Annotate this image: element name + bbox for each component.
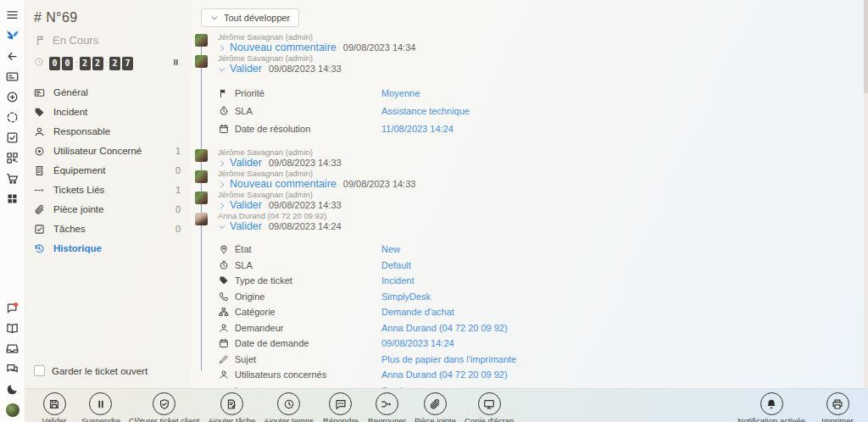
sidebar-item--quipement[interactable]: Équipement0	[34, 161, 191, 180]
pièce-jointe-button[interactable]: Pièce jointe	[415, 392, 456, 422]
tool-label: Clôturer ticket client	[129, 416, 199, 422]
detail-value[interactable]: 09/08/2023 14:24	[381, 338, 454, 348]
user-avatar[interactable]	[6, 403, 19, 417]
chevron-right-icon	[218, 44, 226, 53]
book-icon[interactable]	[6, 322, 19, 335]
notification-activée-button[interactable]: Notification activée	[737, 392, 805, 422]
sitemap-icon	[219, 307, 229, 317]
sidebar-item-count: 1	[175, 185, 181, 195]
valider-button[interactable]: Valider	[36, 392, 73, 422]
detail-value[interactable]: Anna Durand (04 72 20 09 92)	[381, 323, 508, 333]
event-action-toggle[interactable]: Valider09/08/2023 14:33	[218, 64, 342, 75]
sidebar-item-label: Tickets Liés	[53, 185, 104, 195]
detail-value[interactable]: Moyenne	[381, 88, 420, 98]
detail-row: PrioritéMoyenne	[219, 84, 868, 102]
pause-icon	[95, 398, 107, 410]
sidebar-item-label: Tâches	[53, 224, 86, 234]
inbox-icon[interactable]	[6, 342, 19, 355]
detail-label-text: SLA	[235, 106, 253, 116]
paperclip-icon	[34, 204, 45, 215]
detail-value[interactable]: Default	[381, 260, 411, 270]
qr-code-icon[interactable]	[6, 152, 19, 164]
chat-alert-icon[interactable]	[6, 302, 19, 314]
clock-add-icon	[283, 398, 295, 410]
sidebar-item-tickets-li-s[interactable]: Tickets Liés1	[34, 180, 191, 200]
detail-value[interactable]: Anna Durand (04 72 20 09 92)	[381, 369, 508, 380]
imprimer-button[interactable]: Imprimer	[819, 392, 856, 422]
expand-all-button[interactable]: Tout développer	[201, 8, 299, 27]
pause-icon[interactable]	[171, 58, 181, 67]
chat-dots-icon	[335, 398, 347, 410]
event-action-toggle[interactable]: Nouveau commentaire09/08/2023 14:34	[218, 42, 415, 53]
detail-label: Catégorie	[219, 307, 381, 317]
detail-value[interactable]: Incident	[381, 275, 415, 286]
detail-label: Priorité	[219, 88, 381, 98]
sidebar-item-g-n-ral[interactable]: Général	[34, 83, 191, 103]
sidebar-item-count: 0	[175, 204, 181, 214]
flag-icon	[219, 88, 229, 98]
detail-row: DemandeurAnna Durand (04 72 20 09 92)	[219, 320, 868, 336]
detail-value[interactable]: Demande d'achat	[381, 307, 454, 317]
id-card-icon[interactable]	[6, 70, 19, 83]
expand-all-label: Tout développer	[224, 13, 290, 23]
detail-row: Type de ticketIncident	[219, 273, 868, 289]
event-action-toggle[interactable]: Valider09/08/2023 14:33	[218, 158, 342, 169]
detail-label-text: Date de demande	[235, 338, 309, 348]
event-action-toggle[interactable]: Valider09/08/2023 14:24	[218, 221, 342, 232]
scrollbar-thumb[interactable]	[864, 0, 868, 93]
sidebar-item-utilisateur-concern-[interactable]: Utilisateur Concerné1	[34, 142, 191, 161]
event-body: Jérôme Savagnan (admin)Nouveau commentai…	[218, 33, 415, 53]
event-detail-panel: PrioritéMoyenneSLAAssistance techniqueDa…	[219, 84, 868, 137]
sidebar-item-label: Équipement	[53, 165, 105, 175]
event-body: Jérôme Savagnan (admin)Valider09/08/2023…	[218, 191, 342, 211]
suspendre-button[interactable]: Suspendre	[81, 392, 120, 422]
detail-value[interactable]: 11/08/2023 14:24	[381, 124, 453, 134]
avatar	[195, 192, 208, 204]
sidebar-item-incident[interactable]: Incident	[34, 103, 191, 122]
history-timeline: Jérôme Savagnan (admin)Nouveau commentai…	[191, 33, 868, 398]
sidebar-menu: GénéralIncidentResponsableUtilisateur Co…	[34, 83, 191, 258]
copie-d-écran-button[interactable]: Copie d'écran	[465, 392, 514, 422]
event-timestamp: 09/08/2023 14:33	[343, 179, 416, 190]
chevron-down-icon	[218, 65, 226, 74]
logo-icon[interactable]	[5, 29, 20, 42]
timer-digit: 0	[62, 57, 73, 70]
detail-value[interactable]: Plus de papier dans l'imprimante	[381, 354, 516, 364]
stopwatch-icon	[219, 106, 229, 116]
life-ring-icon[interactable]	[6, 111, 19, 124]
detail-value[interactable]: Assistance technique	[381, 106, 470, 116]
detail-value[interactable]: SimplyDesk	[381, 292, 431, 302]
tool-circle	[153, 392, 175, 415]
plus-circle-icon[interactable]	[6, 91, 19, 103]
clôturer-ticket-client-button[interactable]: Clôturer ticket client	[129, 392, 199, 422]
sidebar-item-historique[interactable]: Historique	[34, 239, 191, 258]
timeline-event: Jérôme Savagnan (admin)Valider09/08/2023…	[195, 191, 868, 211]
moon-icon[interactable]	[6, 383, 19, 396]
detail-value[interactable]: New	[381, 244, 400, 254]
event-action-toggle[interactable]: Valider09/08/2023 14:33	[218, 200, 342, 211]
timer-colon: :	[75, 59, 78, 68]
répondre-button[interactable]: Répondre	[322, 392, 359, 422]
event-body: Jérôme Savagnan (admin)Valider09/08/2023…	[218, 54, 342, 75]
sidebar-item-t-ches[interactable]: Tâches0	[34, 219, 191, 239]
sidebar-item-label: Utilisateur Concerné	[53, 146, 142, 156]
task-check-icon[interactable]	[6, 131, 19, 144]
comments-icon[interactable]	[6, 363, 19, 375]
person-icon	[34, 126, 45, 137]
status-label: En Cours	[53, 34, 98, 47]
sidebar-item-pi-ce-jointe[interactable]: Pièce jointe0	[34, 200, 191, 219]
keep-ticket-open-checkbox[interactable]	[34, 365, 45, 376]
event-timestamp: 09/08/2023 14:33	[269, 64, 342, 75]
timer-digit: 2	[92, 57, 103, 70]
menu-icon[interactable]	[6, 8, 19, 21]
ajouter-temps-button[interactable]: Ajouter temps	[264, 392, 314, 422]
event-body: Jérôme Savagnan (admin)Valider09/08/2023…	[218, 148, 342, 169]
cart-icon[interactable]	[6, 172, 19, 185]
sidebar-item-responsable[interactable]: Responsable	[34, 122, 191, 142]
grid4-icon[interactable]	[6, 192, 19, 205]
event-action-toggle[interactable]: Nouveau commentaire09/08/2023 14:33	[218, 179, 415, 190]
scrollbar[interactable]	[864, 0, 868, 388]
regrouper-button[interactable]: Regrouper	[368, 392, 406, 422]
arrow-left-icon[interactable]	[6, 50, 19, 63]
ajouter-t-che-button[interactable]: Ajouter tâche	[208, 392, 255, 422]
